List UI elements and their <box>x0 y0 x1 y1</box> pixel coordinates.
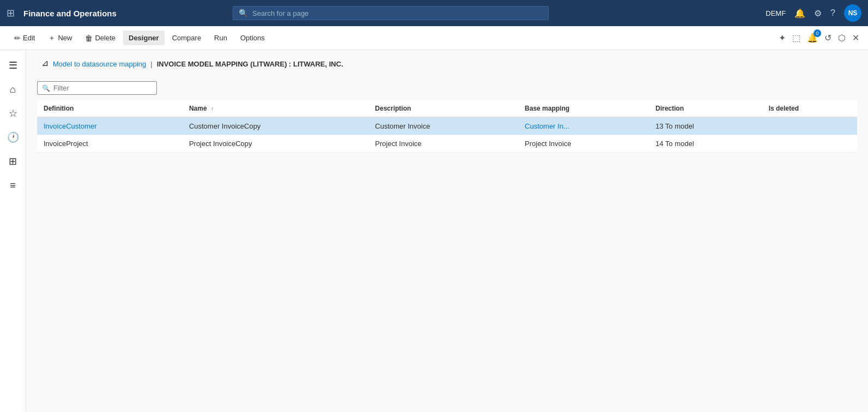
sidebar-recent-button[interactable]: 🕐 <box>2 126 24 148</box>
breadcrumb-link[interactable]: Model to datasource mapping <box>53 60 146 68</box>
main-layout: ☰ ⌂ ☆ 🕐 ⊞ ≡ ⊿ Model to datasource mappin… <box>0 50 868 412</box>
edit-icon: ✏ <box>14 34 21 43</box>
column-chooser-icon[interactable]: ⬚ <box>792 33 800 43</box>
notification-badge: 0 <box>814 29 821 37</box>
filter-row: 🔍 <box>26 78 868 100</box>
breadcrumb: ⊿ Model to datasource mapping | INVOICE … <box>26 50 868 78</box>
secondary-toolbar: ✏ Edit ＋ New 🗑 Delete Designer Compare R… <box>0 26 868 50</box>
filter-input[interactable] <box>53 84 152 92</box>
settings-icon[interactable]: ⚙ <box>814 8 822 19</box>
delete-icon: 🗑 <box>85 34 93 43</box>
col-name[interactable]: Name ↑ <box>183 100 368 117</box>
cell-base-mapping: Project Invoice <box>518 135 649 153</box>
breadcrumb-current: INVOICE MODEL MAPPING (LITWARE) : LITWAR… <box>157 60 343 68</box>
toolbar-right: ✦ ⬚ 🔔 0 ↺ ⬡ ✕ <box>779 33 859 43</box>
table-body: InvoiceCustomerCustomer InvoiceCopyCusto… <box>37 117 857 153</box>
cell-name: Project InvoiceCopy <box>183 135 368 153</box>
user-id: DEMF <box>766 9 786 17</box>
cell-description: Project Invoice <box>368 135 518 153</box>
refresh-icon[interactable]: ↺ <box>824 33 831 43</box>
sidebar-workspaces-button[interactable]: ⊞ <box>2 150 24 172</box>
star-icon[interactable]: ✦ <box>779 33 786 43</box>
compare-button[interactable]: Compare <box>167 31 207 45</box>
filter-search-icon: 🔍 <box>42 84 50 92</box>
cell-definition: InvoiceProject <box>37 135 183 153</box>
filter-funnel-icon[interactable]: ⊿ <box>37 56 53 72</box>
mapping-table: Definition Name ↑ Description Base mappi… <box>37 100 857 153</box>
close-icon[interactable]: ✕ <box>852 33 859 43</box>
new-button[interactable]: ＋ New <box>43 30 77 46</box>
filter-input-wrap[interactable]: 🔍 <box>37 81 157 95</box>
sidebar: ☰ ⌂ ☆ 🕐 ⊞ ≡ <box>0 50 26 412</box>
options-button[interactable]: Options <box>235 31 270 45</box>
data-table: Definition Name ↑ Description Base mappi… <box>26 100 868 412</box>
avatar[interactable]: NS <box>844 4 861 22</box>
col-base-mapping: Base mapping <box>518 100 649 117</box>
cell-direction: 13 To model <box>649 117 762 135</box>
cell-description: Customer Invoice <box>368 117 518 135</box>
sidebar-favorites-button[interactable]: ☆ <box>2 102 24 124</box>
delete-button[interactable]: 🗑 Delete <box>80 31 121 46</box>
cell-direction: 14 To model <box>649 135 762 153</box>
cell-is-deleted <box>762 135 857 153</box>
top-nav-right: DEMF 🔔 ⚙ ? NS <box>766 4 861 22</box>
open-new-window-icon[interactable]: ⬡ <box>838 33 846 43</box>
cell-name: Customer InvoiceCopy <box>183 117 368 135</box>
cell-base-mapping[interactable]: Customer In... <box>518 117 649 135</box>
sort-arrow-name: ↑ <box>211 106 214 112</box>
sidebar-list-button[interactable]: ≡ <box>2 174 24 196</box>
table-row[interactable]: InvoiceProjectProject InvoiceCopyProject… <box>37 135 857 153</box>
col-definition: Definition <box>37 100 183 117</box>
breadcrumb-separator: | <box>150 60 152 68</box>
col-is-deleted: Is deleted <box>762 100 857 117</box>
top-navigation: ⊞ Finance and Operations 🔍 DEMF 🔔 ⚙ ? NS <box>0 0 868 26</box>
notification-badge-btn[interactable]: 🔔 0 <box>807 33 818 43</box>
sidebar-home-button[interactable]: ⌂ <box>2 78 24 100</box>
cell-is-deleted <box>762 117 857 135</box>
app-title: Finance and Operations <box>23 9 117 18</box>
search-bar[interactable]: 🔍 <box>233 6 549 20</box>
sidebar-menu-button[interactable]: ☰ <box>2 54 24 76</box>
content-area: ⊿ Model to datasource mapping | INVOICE … <box>26 50 868 412</box>
col-description: Description <box>368 100 518 117</box>
table-header-row: Definition Name ↑ Description Base mappi… <box>37 100 857 117</box>
notification-icon[interactable]: 🔔 <box>794 8 805 19</box>
edit-button[interactable]: ✏ Edit <box>9 31 40 46</box>
help-icon[interactable]: ? <box>830 8 835 18</box>
search-input[interactable] <box>252 9 543 17</box>
search-icon: 🔍 <box>239 9 248 17</box>
table-row[interactable]: InvoiceCustomerCustomer InvoiceCopyCusto… <box>37 117 857 135</box>
designer-button[interactable]: Designer <box>123 31 165 45</box>
col-direction: Direction <box>649 100 762 117</box>
add-icon: ＋ <box>48 33 56 43</box>
cell-definition[interactable]: InvoiceCustomer <box>37 117 183 135</box>
grid-icon[interactable]: ⊞ <box>7 7 15 19</box>
run-button[interactable]: Run <box>209 31 233 45</box>
